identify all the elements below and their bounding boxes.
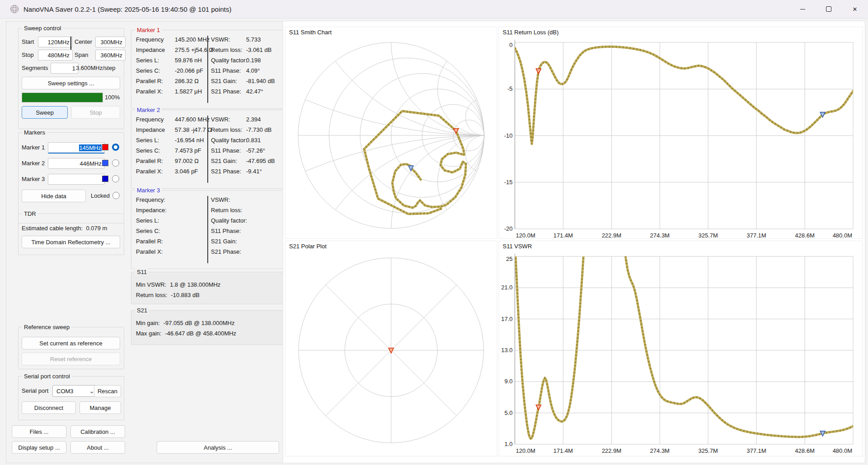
marker1-input-value: 145MHz — [79, 144, 102, 151]
span-input[interactable]: 360MHz — [95, 50, 126, 60]
step-label: 3.600MHz/step — [76, 63, 115, 73]
marker1-color-swatch[interactable] — [102, 144, 108, 150]
set-reference-button[interactable]: Set current as reference — [22, 337, 120, 349]
marker2-radio[interactable] — [112, 159, 119, 167]
sweep-button[interactable]: Sweep — [22, 106, 68, 119]
marker-data-group: Marker 3Frequency:VSWR:Impedance:Return … — [131, 190, 283, 269]
svg-text:274.3M: 274.3M — [650, 232, 669, 238]
group-title: Reference sweep — [22, 324, 71, 330]
s11-info-box: S11Min VSWR:1.8 @ 138.000MHzReturn loss:… — [131, 272, 283, 304]
chart-canvas — [285, 241, 498, 456]
polar-plot-chart[interactable]: S21 Polar Plot — [285, 241, 497, 456]
serial-port-label: Serial port — [22, 385, 48, 396]
marker3-input[interactable] — [48, 174, 105, 185]
files-button[interactable]: Files ... — [12, 425, 66, 438]
marker-field-value: 447.600 MHz — [175, 116, 210, 123]
info-row-label: Return loss: — [136, 292, 167, 298]
about-button[interactable]: About ... — [70, 441, 125, 454]
sweep-settings-button[interactable]: Sweep settings ... — [22, 77, 120, 89]
display-setup-button[interactable]: Display setup ... — [12, 441, 66, 454]
marker-field-value: -7.730 dB — [246, 126, 271, 133]
info-title: S21 — [135, 307, 149, 314]
marker-field-label: S21 Gain: — [211, 238, 237, 245]
disconnect-button[interactable]: Disconnect — [22, 401, 76, 414]
marker-field-label: Parallel X: — [136, 88, 163, 95]
marker-field-value: 3.046 pF — [175, 168, 198, 175]
chart-panel: S11 Smith Chart S11 Return Loss (dB) 120… — [283, 21, 865, 463]
serial-port-select[interactable]: COM3 ⌄ — [52, 385, 98, 397]
marker-field-label: Return loss: — [211, 126, 242, 133]
hide-data-button[interactable]: Hide data — [22, 190, 86, 202]
manage-button[interactable]: Manage — [79, 401, 121, 414]
marker1-triangle-icon — [536, 69, 541, 74]
marker-field-label: Series C: — [136, 228, 160, 234]
marker2-input[interactable]: 446MHz — [48, 158, 105, 169]
vswr-chart[interactable]: S11 VSWR 120.0M171.4M222.9M274.3M325.7M3… — [499, 241, 863, 456]
marker-field-label: S11 Phase: — [211, 67, 241, 74]
svg-text:17.0: 17.0 — [501, 316, 513, 322]
stop-sweep-button[interactable]: Stop — [71, 106, 120, 119]
close-button[interactable]: ✕ — [842, 0, 868, 18]
smith-chart[interactable]: S11 Smith Chart — [285, 27, 497, 239]
segments-input[interactable]: 1 — [51, 63, 79, 74]
tdr-group: TDR — [18, 214, 124, 255]
stop-input[interactable]: 480MHz — [38, 50, 73, 60]
progress-fill — [22, 93, 103, 102]
marker-field-value: -20.066 pF — [175, 67, 203, 74]
marker2-color-swatch[interactable] — [102, 160, 108, 166]
info-row-value: -10.883 dB — [171, 292, 200, 298]
marker1-radio[interactable] — [112, 144, 119, 151]
marker-field-label: Quality factor: — [211, 137, 247, 144]
return-loss-chart[interactable]: S11 Return Loss (dB) 120.0M171.4M222.9M2… — [499, 27, 863, 239]
marker1-triangle-icon — [536, 405, 541, 410]
marker-field-value: 286.32 Ω — [175, 78, 199, 84]
svg-text:-5: -5 — [507, 85, 513, 92]
info-row-value: -46.647 dB @ 458.400MHz — [165, 330, 236, 337]
chart-title: S11 VSWR — [503, 243, 532, 250]
info-row-label: Min gain: — [136, 320, 160, 326]
calibration-button[interactable]: Calibration ... — [70, 425, 125, 438]
marker-field-label: VSWR: — [211, 36, 230, 43]
marker-data-group: Marker 2Frequency447.600 MHzVSWR:2.394Im… — [131, 110, 283, 189]
marker-field-label: Frequency — [136, 116, 163, 123]
column-divider — [207, 196, 208, 263]
marker-field-label: Series L: — [136, 57, 159, 64]
svg-text:480.0M: 480.0M — [833, 447, 852, 454]
chart-title: S11 Smith Chart — [289, 29, 331, 36]
info-row-label: Min VSWR: — [136, 281, 166, 288]
marker-field-label: Series C: — [136, 147, 160, 154]
marker1-input[interactable]: 145MHz — [48, 142, 105, 153]
marker-field-label: Parallel R: — [136, 238, 163, 245]
marker3-radio[interactable] — [112, 175, 119, 182]
marker-field-value: 0.831 — [246, 137, 261, 144]
marker-field-value: -57.26° — [246, 147, 265, 154]
minimize-button[interactable] — [789, 0, 816, 18]
marker-data-group: Marker 1Frequency145.200 MHzVSWR:5.733Im… — [131, 30, 283, 109]
locked-radio[interactable] — [112, 192, 120, 199]
cable-length-label: Estimated cable length: 0.079 m — [22, 223, 107, 233]
marker-field-label: Series L: — [136, 137, 159, 144]
info-row-value: 1.8 @ 138.000MHz — [170, 281, 220, 288]
svg-text:21.0: 21.0 — [501, 284, 513, 291]
info-row: Max gain:-46.647 dB @ 458.400MHz — [136, 328, 236, 338]
marker-field-label: S21 Phase: — [211, 88, 241, 95]
titlebar: NanoVNA Saver 0.2.2-1 (Sweep: 2025-05-16… — [0, 0, 868, 19]
chart-title: S11 Return Loss (dB) — [503, 29, 559, 36]
marker3-color-swatch[interactable] — [102, 176, 108, 182]
rescan-button[interactable]: Rescan — [94, 385, 121, 397]
chart-title: S21 Polar Plot — [289, 243, 327, 250]
marker-field-label: Impedance — [136, 126, 165, 133]
info-row: Min VSWR:1.8 @ 138.000MHz — [136, 279, 220, 289]
marker3-label: Marker 3 — [22, 174, 45, 184]
marker-field-value: 7.4573 pF — [175, 147, 201, 154]
marker-field-label: Impedance — [136, 46, 165, 53]
start-input[interactable]: 120MHz — [38, 37, 73, 47]
maximize-button[interactable] — [816, 0, 842, 18]
marker-field-label: S21 Phase: — [211, 248, 241, 255]
info-row-label: Max gain: — [136, 330, 161, 337]
marker-field-label: Frequency: — [136, 196, 165, 203]
analysis-button[interactable]: Analysis ... — [157, 441, 279, 454]
tdr-button[interactable]: Time Domain Reflectometry ... — [22, 236, 120, 248]
center-input[interactable]: 300MHz — [95, 37, 126, 47]
reset-reference-button[interactable]: Reset reference — [22, 353, 120, 365]
